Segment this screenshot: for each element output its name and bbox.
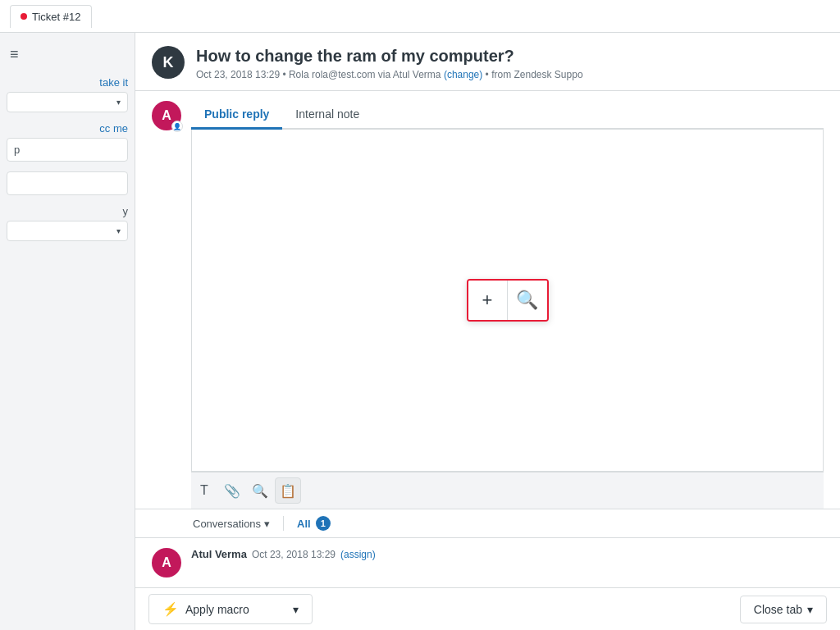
conversation-item: A Atul Verma Oct 23, 2018 13:29 (assign) (135, 538, 840, 587)
text-format-button[interactable]: T (191, 477, 217, 504)
type-dropdown[interactable]: ▾ (7, 221, 128, 241)
blank-field-1 (7, 171, 128, 195)
type-field: y ▾ (7, 205, 128, 241)
conv-content: Atul Verma Oct 23, 2018 13:29 (assign) (191, 548, 824, 564)
ticket-meta: Oct 23, 2018 13:29 • Rola rola@test.com … (196, 69, 583, 80)
conversations-badge: 1 (316, 516, 331, 531)
attach-button[interactable]: 📎 (219, 477, 245, 504)
ticket-header: K How to change the ram of my computer? … (135, 33, 840, 91)
ticket-avatar: K (152, 46, 185, 79)
conv-name: Atul Verma (191, 548, 247, 560)
ticket-info: How to change the ram of my computer? Oc… (196, 46, 583, 80)
toolbar-popup: + 🔍 (467, 279, 549, 322)
reply-tabs: Public reply Internal note (191, 101, 824, 130)
toolbar-search-button[interactable]: 🔍 (508, 281, 547, 320)
ticket-tab-indicator (21, 13, 27, 20)
conversations-divider (283, 516, 284, 531)
content-area: K How to change the ram of my computer? … (135, 33, 840, 630)
main-layout: ≡ take it ▾ cc me y ▾ (0, 33, 840, 630)
take-it-field: take it ▾ (7, 76, 128, 112)
reply-toolbar: T 📎 🔍 📋 (191, 472, 824, 509)
apply-macro-label: Apply macro (185, 603, 249, 616)
take-it-link[interactable]: take it (7, 76, 128, 89)
search-icon: 🔍 (516, 290, 538, 311)
plus-icon: + (482, 290, 493, 311)
clipboard-button[interactable]: 📋 (275, 477, 301, 504)
chevron-down-icon: ▾ (116, 98, 121, 107)
change-link[interactable]: (change) (444, 69, 482, 80)
close-tab-chevron-icon: ▾ (807, 603, 813, 616)
sidebar-input-1[interactable] (7, 171, 128, 195)
conv-assign-link[interactable]: (assign) (340, 549, 376, 560)
text-icon: T (200, 483, 208, 498)
ticket-tab[interactable]: Ticket #12 (10, 5, 92, 28)
apply-macro-left: ⚡ Apply macro (162, 601, 249, 617)
cc-me-field: cc me (7, 122, 128, 162)
conversations-bar: Conversations ▾ All 1 (135, 509, 840, 538)
ticket-tab-label: Ticket #12 (32, 11, 81, 23)
conversations-chevron-icon: ▾ (264, 518, 270, 530)
toolbar-search-button-2[interactable]: 🔍 (247, 477, 273, 504)
chevron-down-icon-2: ▾ (116, 226, 121, 235)
bottom-bar: ⚡ Apply macro ▾ Close tab ▾ (135, 587, 840, 630)
ticket-title: How to change the ram of my computer? (196, 46, 583, 66)
apply-macro-chevron-icon: ▾ (293, 603, 299, 616)
tab-public-reply[interactable]: Public reply (191, 101, 282, 130)
close-tab-label: Close tab (754, 603, 802, 616)
paperclip-icon: 📎 (224, 483, 240, 499)
top-bar: Ticket #12 (0, 0, 840, 33)
reply-area: A 👤 Public reply Internal note (135, 91, 840, 509)
type-label: y (7, 205, 128, 217)
tab-internal-note[interactable]: Internal note (282, 101, 372, 130)
conversations-all-tab[interactable]: All 1 (297, 516, 331, 531)
close-tab-button[interactable]: Close tab ▾ (740, 596, 827, 623)
toolbar-add-button[interactable]: + (468, 281, 508, 320)
reply-avatar-badge: 👤 (171, 121, 183, 132)
ticket-avatar-icon: K (163, 54, 174, 71)
search-icon-2: 🔍 (252, 483, 268, 499)
conv-avatar: A (152, 548, 181, 578)
conv-time: Oct 23, 2018 13:29 (252, 549, 336, 560)
lightning-icon: ⚡ (162, 601, 179, 617)
apply-macro-button[interactable]: ⚡ Apply macro ▾ (148, 594, 313, 624)
cc-me-input[interactable] (7, 138, 128, 162)
take-it-dropdown[interactable]: ▾ (7, 92, 128, 112)
reply-avatar: A 👤 (152, 101, 181, 130)
cc-me-link[interactable]: cc me (7, 122, 128, 135)
clipboard-icon: 📋 (280, 483, 296, 499)
conv-header: Atul Verma Oct 23, 2018 13:29 (assign) (191, 548, 824, 560)
conversations-label[interactable]: Conversations ▾ (193, 518, 270, 530)
reply-body[interactable]: + 🔍 (191, 130, 824, 472)
hamburger-menu-icon[interactable]: ≡ (7, 43, 22, 66)
sidebar: ≡ take it ▾ cc me y ▾ (0, 33, 135, 630)
reply-content: Public reply Internal note + 🔍 (191, 101, 824, 509)
